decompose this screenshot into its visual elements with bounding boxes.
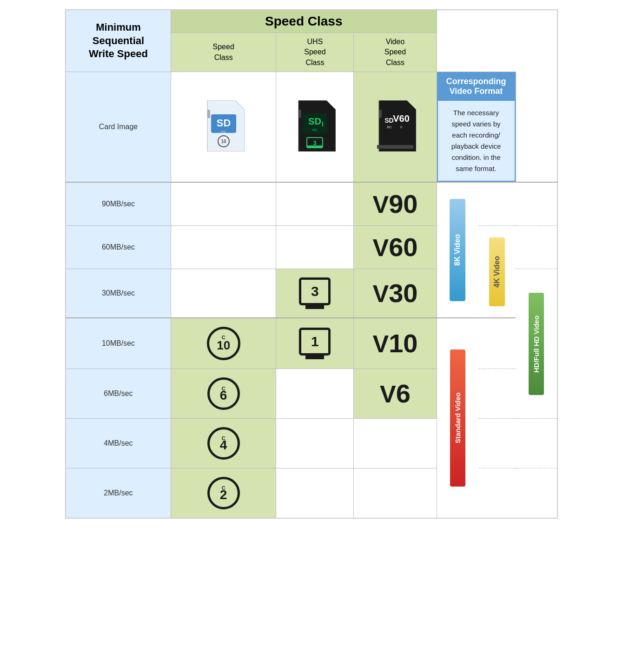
speed-90-label: 90MB/sec [66, 182, 171, 226]
sc-90-video: V90 [354, 182, 437, 226]
col-uhs-header: UHS Speed Class [276, 33, 354, 72]
corresponding-body-text: The necessary speed varies by each recor… [451, 109, 501, 172]
corresponding-header: Corresponding Video Format [437, 72, 516, 101]
svg-text:V60: V60 [393, 113, 410, 124]
sc-2-speed: C 2 [171, 468, 276, 519]
col-speed-class-header: Speed Class [171, 33, 276, 72]
sdhc-card-svg: SD HC 10 [203, 100, 245, 152]
card-image-label-cell: Card Image [66, 72, 171, 183]
corresponding-cell: Corresponding Video Format The necessary… [437, 72, 516, 183]
sc-60-speed [171, 226, 276, 269]
v90-symbol: V90 [372, 191, 418, 218]
sc-6-video: V6 [354, 369, 437, 419]
col-video-header: Video Speed Class [354, 33, 437, 72]
hd-bar-cell: HD/Full HD Video [516, 269, 557, 419]
speed-60-text: 60MB/sec [102, 243, 135, 251]
card-image-text: Card Image [99, 123, 138, 131]
svg-rect-0 [207, 110, 210, 118]
sc-2-uhs [276, 468, 354, 519]
speed-2-text: 2MB/sec [104, 489, 133, 497]
svg-text:HC: HC [221, 130, 226, 134]
class2-symbol: C 2 [207, 477, 240, 509]
sc-60-uhs [276, 226, 354, 269]
sc-90-uhs [276, 182, 354, 226]
svg-text:II: II [400, 125, 402, 129]
sdxc-uhs1-svg: SD XC I 3 [294, 100, 336, 152]
8k-bar-cell: 8K Video [437, 182, 478, 318]
sdxc-v60-svg: SD XC V60 II [374, 100, 416, 152]
sc-10-video: V10 [354, 318, 437, 369]
speed-30-text: 30MB/sec [102, 289, 135, 297]
min-write-speed-header: Minimum Sequential Write Speed [66, 10, 171, 72]
hd-video-bar: HD/Full HD Video [529, 293, 544, 395]
speed-6-label: 6MB/sec [66, 369, 171, 419]
sc-10-speed: C 10 [171, 318, 276, 369]
u1-symbol: 1 [299, 328, 331, 356]
u1-base [305, 356, 324, 359]
sc-30-speed [171, 269, 276, 318]
sc-6-speed: C 6 [171, 369, 276, 419]
sc-30-video: V30 [354, 269, 437, 318]
speed-30-label: 30MB/sec [66, 269, 171, 318]
v6-symbol: V6 [380, 381, 411, 408]
sc-10-uhs: 1 [276, 318, 354, 369]
speed-class-col-label: Speed Class [213, 43, 234, 61]
std-video-label: Standard Video [454, 393, 462, 444]
class10-symbol: C 10 [207, 327, 240, 360]
hd-video-label: HD/Full HD Video [532, 315, 540, 372]
svg-rect-15 [377, 145, 413, 149]
svg-text:SD: SD [384, 117, 393, 124]
sdxc-uhs1-cell: SD XC I 3 [276, 72, 354, 183]
sc-2-video [354, 468, 437, 519]
u1-symbol-container: 1 [299, 328, 331, 359]
sdhc-card-cell: SD HC 10 [171, 72, 276, 183]
speed-10-text: 10MB/sec [102, 339, 135, 347]
std-bar-cell: Standard Video [437, 318, 478, 518]
v60-symbol: V60 [372, 234, 418, 261]
v10-symbol: V10 [372, 330, 418, 357]
v30-symbol: V30 [372, 280, 418, 307]
uhs-col-label: UHS Speed Class [304, 38, 325, 66]
svg-text:3: 3 [313, 139, 317, 146]
speed-4-text: 4MB/sec [104, 439, 133, 447]
speed-6-text: 6MB/sec [104, 389, 133, 397]
svg-rect-6 [298, 110, 301, 118]
sdxc-uhs2-cell: SD XC V60 II [354, 72, 437, 183]
video-col-label: Video Speed Class [384, 38, 406, 66]
u3-symbol-container: 3 [299, 277, 331, 309]
sc-90-speed [171, 182, 276, 226]
sc-4-video [354, 419, 437, 468]
speed-60-label: 60MB/sec [66, 226, 171, 269]
svg-text:SD: SD [309, 116, 322, 126]
sc-4-speed: C 4 [171, 419, 276, 468]
sc-60-video: V60 [354, 226, 437, 269]
speed-class-main-header: Speed Class [171, 10, 437, 33]
4k-bar-cell: 4K Video [478, 226, 516, 318]
sc-30-uhs: 3 [276, 269, 354, 318]
8k-video-bar: 8K Video [450, 199, 465, 301]
speed-2-label: 2MB/sec [66, 468, 171, 519]
4k-video-bar: 4K Video [489, 237, 505, 306]
row-label-text: Minimum Sequential Write Speed [89, 21, 148, 59]
std-video-bar: Standard Video [450, 349, 465, 487]
speed-class-table: Minimum Sequential Write Speed Speed Cla… [65, 9, 558, 519]
u3-symbol: 3 [299, 277, 331, 305]
sc-4-uhs [276, 419, 354, 468]
svg-text:10: 10 [221, 139, 226, 144]
speed-90-text: 90MB/sec [102, 200, 135, 208]
class6-symbol: C 6 [207, 377, 240, 410]
4k-video-label: 4K Video [493, 256, 501, 288]
corresponding-body: The necessary speed varies by each recor… [437, 101, 516, 182]
svg-text:XC: XC [386, 125, 391, 129]
8k-video-label: 8K Video [453, 234, 462, 266]
empty-top-right [437, 10, 516, 33]
speed-class-label: Speed Class [265, 14, 343, 28]
u3-base [305, 305, 324, 309]
svg-text:SD: SD [216, 117, 231, 129]
svg-text:XC: XC [312, 128, 318, 132]
sc-6-uhs [276, 369, 354, 419]
speed-10-label: 10MB/sec [66, 318, 171, 369]
right-empty-90 [478, 182, 516, 226]
svg-text:I: I [322, 120, 324, 128]
corresponding-header-text: Corresponding Video Format [446, 77, 506, 96]
